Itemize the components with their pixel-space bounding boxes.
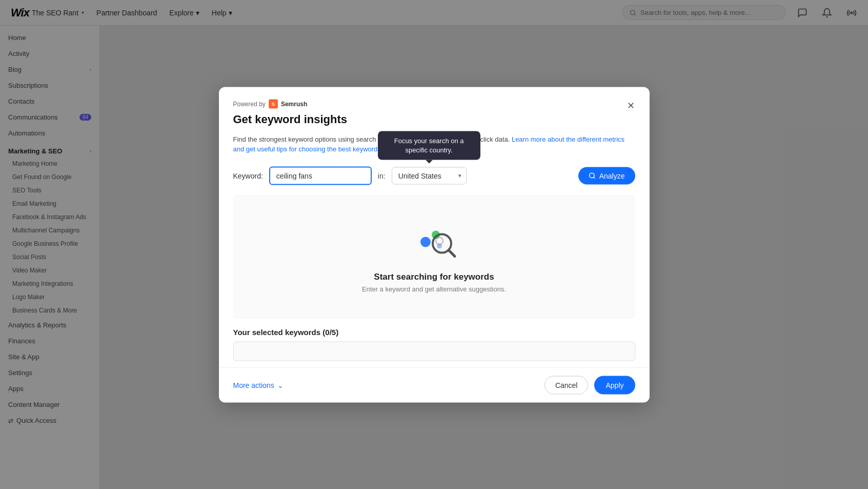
keyword-input-row: Keyword: in: United States United Kingdo… [219, 162, 650, 195]
analyze-search-icon [589, 172, 596, 179]
footer-buttons: Cancel Apply [544, 376, 635, 394]
powered-by-label: Powered by S Semrush [233, 99, 635, 108]
keyword-insights-modal: Powered by S Semrush Get keyword insight… [219, 87, 650, 402]
svg-point-3 [420, 237, 431, 247]
selected-keywords-title: Your selected keywords (0/5) [233, 327, 635, 336]
more-actions-button[interactable]: More actions ⌄ [233, 381, 284, 389]
country-select[interactable]: United States United Kingdom Canada Aust… [392, 167, 467, 184]
semrush-icon: S [269, 99, 278, 108]
cancel-button[interactable]: Cancel [544, 376, 589, 394]
country-selector-wrapper: United States United Kingdom Canada Aust… [392, 167, 467, 184]
more-actions-chevron-icon: ⌄ [277, 381, 284, 389]
modal-close-button[interactable]: ✕ [623, 97, 639, 113]
search-illustration [411, 221, 457, 264]
selected-keywords-box [233, 341, 635, 361]
semrush-name: Semrush [281, 100, 307, 107]
keyword-label: Keyword: [233, 171, 263, 180]
keyword-input[interactable] [269, 166, 372, 185]
empty-search-subtitle: Enter a keyword and get alternative sugg… [362, 285, 506, 293]
svg-point-8 [436, 238, 443, 245]
svg-line-7 [449, 250, 455, 257]
empty-search-area: Start searching for keywords Enter a key… [233, 195, 635, 318]
svg-point-2 [589, 173, 594, 178]
analyze-button[interactable]: Analyze [578, 167, 635, 184]
modal-header: Powered by S Semrush Get keyword insight… [219, 87, 650, 134]
apply-button[interactable]: Apply [594, 376, 635, 394]
in-label: in: [378, 171, 386, 180]
selected-keywords-section: Your selected keywords (0/5) [219, 318, 650, 367]
empty-search-title: Start searching for keywords [374, 272, 494, 282]
modal-footer: More actions ⌄ Cancel Apply [219, 367, 650, 402]
modal-description: Find the strongest keyword options using… [219, 134, 650, 162]
modal-title: Get keyword insights [233, 112, 635, 126]
